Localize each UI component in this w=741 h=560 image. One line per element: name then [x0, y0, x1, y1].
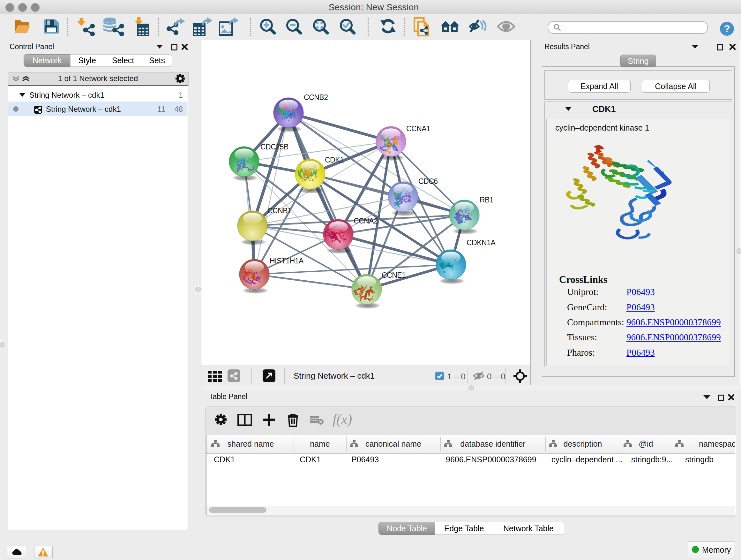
svg-text:CCNB2: CCNB2: [304, 93, 328, 102]
svg-text:HIST1H1A: HIST1H1A: [270, 257, 304, 265]
svg-text:CDKN1A: CDKN1A: [467, 239, 495, 247]
svg-text:CCNA2: CCNA2: [354, 217, 378, 225]
svg-text:CCNB1: CCNB1: [267, 206, 291, 215]
svg-text:CDK1: CDK1: [325, 156, 344, 164]
svg-text:CDC25B: CDC25B: [260, 143, 288, 151]
svg-text:RB1: RB1: [480, 196, 493, 204]
svg-text:CCNA1: CCNA1: [406, 125, 430, 133]
svg-text:CDC6: CDC6: [418, 177, 438, 186]
svg-text:CCNE1: CCNE1: [382, 271, 406, 279]
